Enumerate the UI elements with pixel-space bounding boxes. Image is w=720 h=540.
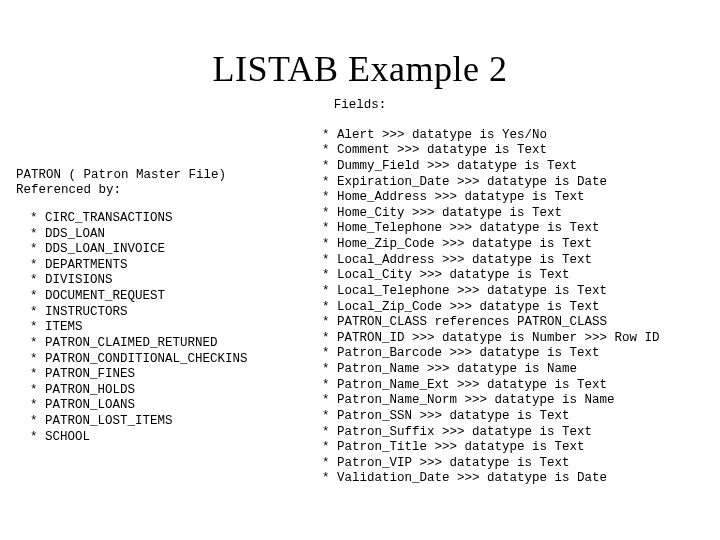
- list-item: * PATRON_LOST_ITEMS: [30, 414, 296, 430]
- list-item: * Alert >>> datatype is Yes/No: [322, 128, 704, 144]
- list-item: * Dummy_Field >>> datatype is Text: [322, 159, 704, 175]
- list-item: * Patron_Barcode >>> datatype is Text: [322, 346, 704, 362]
- table-line: PATRON ( Patron Master File): [16, 168, 226, 182]
- list-item: * PATRON_FINES: [30, 367, 296, 383]
- list-item: * DEPARTMENTS: [30, 258, 296, 274]
- list-item: * PATRON_ID >>> datatype is Number >>> R…: [322, 331, 704, 347]
- list-item: * CIRC_TRANSACTIONS: [30, 211, 296, 227]
- list-item: * ITEMS: [30, 320, 296, 336]
- list-item: * PATRON_CLAIMED_RETURNED: [30, 336, 296, 352]
- list-item: * PATRON_CLASS references PATRON_CLASS: [322, 315, 704, 331]
- referenced-by-line: Referenced by:: [16, 183, 121, 197]
- list-item: * DIVISIONS: [30, 273, 296, 289]
- list-item: * Patron_Title >>> datatype is Text: [322, 440, 704, 456]
- page-title: LISTAB Example 2: [16, 48, 704, 90]
- list-item: * Patron_SSN >>> datatype is Text: [322, 409, 704, 425]
- list-item: * Local_Address >>> datatype is Text: [322, 253, 704, 269]
- list-item: * PATRON_HOLDS: [30, 383, 296, 399]
- list-item: * Local_Telephone >>> datatype is Text: [322, 284, 704, 300]
- fields-header: Fields:: [16, 98, 704, 114]
- list-item: * DDS_LOAN: [30, 227, 296, 243]
- list-item: * INSTRUCTORS: [30, 305, 296, 321]
- list-item: * Home_Zip_Code >>> datatype is Text: [322, 237, 704, 253]
- list-item: * Home_City >>> datatype is Text: [322, 206, 704, 222]
- content-columns: PATRON ( Patron Master File) Referenced …: [16, 128, 704, 487]
- list-item: * Patron_Suffix >>> datatype is Text: [322, 425, 704, 441]
- list-item: * SCHOOL: [30, 430, 296, 446]
- list-item: * PATRON_CONDITIONAL_CHECKINS: [30, 352, 296, 368]
- list-item: * Patron_Name_Norm >>> datatype is Name: [322, 393, 704, 409]
- list-item: * Patron_Name >>> datatype is Name: [322, 362, 704, 378]
- slide: LISTAB Example 2 Fields: PATRON ( Patron…: [0, 0, 720, 540]
- right-column: * Alert >>> datatype is Yes/No* Comment …: [322, 128, 704, 487]
- left-column: PATRON ( Patron Master File) Referenced …: [16, 128, 296, 446]
- list-item: * Local_City >>> datatype is Text: [322, 268, 704, 284]
- referenced-by-list: * CIRC_TRANSACTIONS* DDS_LOAN* DDS_LOAN_…: [16, 211, 296, 445]
- fields-list: * Alert >>> datatype is Yes/No* Comment …: [322, 128, 704, 487]
- list-item: * Home_Address >>> datatype is Text: [322, 190, 704, 206]
- list-item: * Expiration_Date >>> datatype is Date: [322, 175, 704, 191]
- list-item: * Patron_VIP >>> datatype is Text: [322, 456, 704, 472]
- list-item: * DDS_LOAN_INVOICE: [30, 242, 296, 258]
- list-item: * Comment >>> datatype is Text: [322, 143, 704, 159]
- list-item: * PATRON_LOANS: [30, 398, 296, 414]
- list-item: * Home_Telephone >>> datatype is Text: [322, 221, 704, 237]
- list-item: * DOCUMENT_REQUEST: [30, 289, 296, 305]
- list-item: * Patron_Name_Ext >>> datatype is Text: [322, 378, 704, 394]
- list-item: * Local_Zip_Code >>> datatype is Text: [322, 300, 704, 316]
- list-item: * Validation_Date >>> datatype is Date: [322, 471, 704, 487]
- referenced-by-header: PATRON ( Patron Master File) Referenced …: [16, 168, 296, 199]
